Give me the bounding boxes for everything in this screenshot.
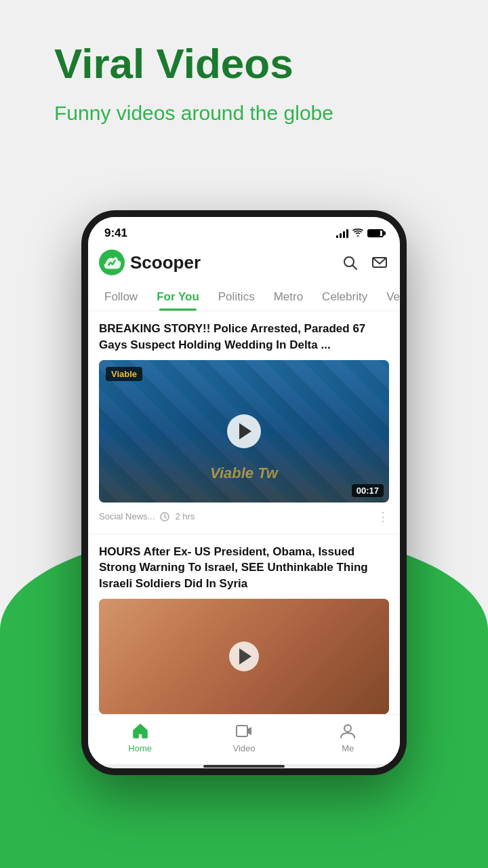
home-indicator <box>88 764 400 768</box>
play-button2[interactable] <box>229 642 259 671</box>
article2-title: HOURS After Ex- US President, Obama, Iss… <box>99 544 389 592</box>
article1-video-thumbnail[interactable]: Viable Viable Tw 00:17 <box>99 360 389 502</box>
content-area: BREAKING STORY!! Police Arrested, Parade… <box>88 311 400 714</box>
battery-icon <box>367 229 384 237</box>
play-triangle-icon <box>239 423 251 439</box>
nav-video-label: Video <box>232 743 255 753</box>
app-name: Scooper <box>130 252 201 273</box>
nav-video[interactable]: Video <box>192 722 296 753</box>
phone-frame: 9:41 <box>81 210 407 775</box>
tab-for-you[interactable]: For You <box>147 283 209 311</box>
status-icons <box>336 229 384 239</box>
search-icon[interactable] <box>340 253 359 272</box>
play-triangle2-icon <box>239 648 251 665</box>
wifi-icon <box>352 229 363 239</box>
article1-source: Social News... <box>99 511 155 521</box>
header-text-area: Viral Videos Funny videos around the glo… <box>54 41 333 127</box>
home-bar <box>203 765 285 768</box>
more-options-icon[interactable]: ⋮ <box>377 509 389 524</box>
tab-more[interactable]: Ve... <box>377 283 400 311</box>
scooper-logo-icon <box>99 250 125 275</box>
video-duration: 00:17 <box>352 484 384 497</box>
signal-icon <box>336 229 348 238</box>
article1-meta-left: Social News... 2 hrs <box>99 511 195 521</box>
main-title: Viral Videos <box>54 41 333 87</box>
play-button[interactable] <box>227 414 261 448</box>
app-header: Scooper <box>88 244 400 283</box>
svg-line-2 <box>353 266 357 270</box>
nav-home-label: Home <box>128 743 152 753</box>
video-icon <box>235 722 253 741</box>
article-divider <box>88 534 400 534</box>
video-watermark: Viable Tw <box>210 465 278 482</box>
person-icon <box>338 722 357 741</box>
header-actions <box>340 253 389 272</box>
nav-tabs: Follow For You Politics Metro Celebrity … <box>88 283 400 311</box>
phone-screen: 9:41 <box>88 217 400 768</box>
tab-politics[interactable]: Politics <box>209 283 264 311</box>
mail-icon[interactable] <box>370 253 389 272</box>
nav-home[interactable]: Home <box>88 722 192 753</box>
article1-time: 2 hrs <box>175 511 195 521</box>
tab-follow[interactable]: Follow <box>95 283 147 311</box>
logo-area: Scooper <box>99 250 201 275</box>
article1-title: BREAKING STORY!! Police Arrested, Parade… <box>99 321 389 353</box>
phone-mockup: 9:41 <box>81 210 407 775</box>
status-time: 9:41 <box>104 226 127 240</box>
bottom-navigation: Home Video <box>88 714 400 764</box>
status-bar: 9:41 <box>88 217 400 244</box>
article2-video-thumbnail[interactable] <box>99 599 389 714</box>
article1-meta: Social News... 2 hrs ⋮ <box>99 509 389 524</box>
clock-icon <box>160 512 169 521</box>
tab-metro[interactable]: Metro <box>264 283 312 311</box>
svg-point-7 <box>344 725 351 732</box>
home-icon <box>131 722 150 741</box>
sub-title: Funny videos around the globe <box>54 99 333 127</box>
svg-rect-5 <box>237 726 247 736</box>
nav-me[interactable]: Me <box>296 722 400 753</box>
tab-celebrity[interactable]: Celebrity <box>312 283 377 311</box>
nav-me-label: Me <box>342 743 354 753</box>
video-badge: Viable <box>106 367 142 381</box>
